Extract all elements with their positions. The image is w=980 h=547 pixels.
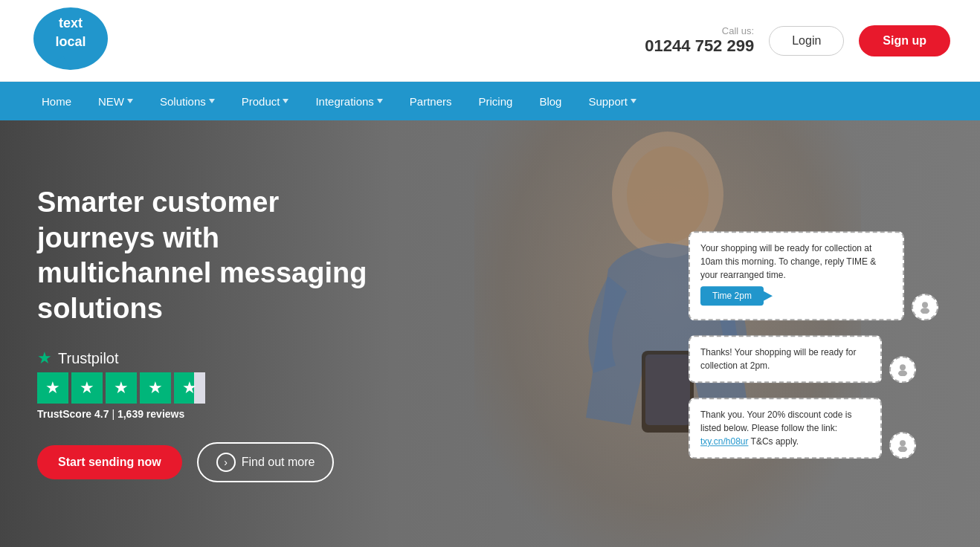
chat-bubbles-panel: Your shopping will be ready for collecti…: [689, 231, 950, 459]
chat-bubble-1: Your shopping will be ready for collecti…: [689, 231, 904, 320]
trust-score-text: TrustScore 4.7 | 1,639 reviews: [37, 408, 394, 420]
chat-link[interactable]: txy.cn/h08ur: [700, 436, 748, 447]
svg-point-5: [627, 146, 709, 243]
header: text local Call us: 01244 752 299 Login …: [0, 0, 980, 82]
hero-section: Smarter customer journeys with multichan…: [0, 120, 980, 547]
signup-button[interactable]: Sign up: [859, 25, 950, 56]
nav-partners[interactable]: Partners: [398, 82, 464, 120]
svg-rect-7: [645, 355, 690, 425]
nav-new[interactable]: NEW: [86, 82, 145, 120]
main-nav: Home NEW Solutions Product Integrations …: [0, 82, 980, 120]
chat-avatar-2: [889, 356, 916, 383]
chat-avatar-3: [889, 432, 916, 459]
nav-pricing[interactable]: Pricing: [467, 82, 525, 120]
chevron-down-icon: [283, 99, 288, 103]
stars-row: ★ ★ ★ ★ ★: [37, 372, 394, 404]
svg-text:text: text: [59, 16, 83, 30]
chevron-down-icon: [377, 99, 383, 103]
hero-content: Smarter customer journeys with multichan…: [0, 140, 431, 527]
star-2: ★: [71, 372, 103, 404]
svg-point-12: [900, 440, 906, 446]
svg-text:local: local: [55, 34, 86, 49]
star-4: ★: [140, 372, 171, 404]
logo-area: text local: [30, 5, 112, 76]
hero-title: Smarter customer journeys with multichan…: [37, 185, 394, 326]
svg-point-9: [921, 308, 929, 314]
svg-point-13: [898, 446, 907, 452]
arrow-icon: ›: [216, 453, 236, 472]
chevron-down-icon: [127, 99, 133, 103]
chat-bubble-1-container: Your shopping will be ready for collecti…: [689, 231, 950, 320]
nav-support[interactable]: Support: [576, 82, 648, 120]
chat-bubble-2: Thanks! Your shopping will be ready for …: [689, 335, 882, 383]
svg-point-10: [900, 364, 906, 370]
phone-number: 01244 752 299: [645, 36, 754, 56]
start-sending-button[interactable]: Start sending now: [37, 445, 182, 479]
chat-bubble-3-container: Thank you. Your 20% discount code is lis…: [689, 398, 950, 459]
chevron-down-icon: [209, 99, 215, 103]
call-label: Call us:: [645, 25, 754, 36]
login-button[interactable]: Login: [769, 26, 844, 56]
find-out-more-button[interactable]: › Find out more: [197, 442, 335, 482]
trustpilot-section: ★ Trustpilot ★ ★ ★ ★ ★ TrustScore 4.7 | …: [37, 349, 394, 420]
star-3: ★: [106, 372, 137, 404]
trustpilot-star-icon: ★: [37, 349, 52, 368]
nav-integrations[interactable]: Integrations: [303, 82, 394, 120]
nav-blog[interactable]: Blog: [527, 82, 573, 120]
chevron-down-icon: [631, 99, 636, 103]
chat-bubble-3: Thank you. Your 20% discount code is lis…: [689, 398, 882, 459]
nav-solutions[interactable]: Solutions: [148, 82, 227, 120]
hero-buttons: Start sending now › Find out more: [37, 442, 394, 482]
trustpilot-name: Trustpilot: [58, 350, 119, 367]
svg-point-11: [898, 370, 907, 376]
time-pill: Time 2pm: [700, 286, 764, 305]
nav-product[interactable]: Product: [230, 82, 301, 120]
call-us-area: Call us: 01244 752 299: [645, 25, 754, 56]
logo-icon: text local: [30, 5, 112, 76]
header-right: Call us: 01244 752 299 Login Sign up: [645, 25, 950, 56]
star-1: ★: [37, 372, 68, 404]
svg-point-8: [922, 302, 928, 308]
star-5-half: ★: [174, 372, 205, 404]
nav-home[interactable]: Home: [30, 82, 83, 120]
chat-avatar-1: [912, 294, 938, 320]
trustpilot-top-row: ★ Trustpilot: [37, 349, 394, 368]
chat-bubble-2-container: Thanks! Your shopping will be ready for …: [689, 335, 950, 383]
